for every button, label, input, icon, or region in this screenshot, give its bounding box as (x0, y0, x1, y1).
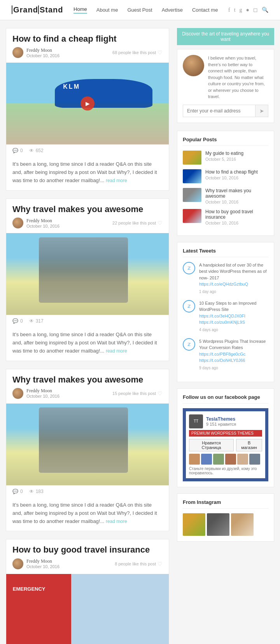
fb-avatar-row (189, 454, 262, 465)
fb-avatar (189, 454, 200, 465)
tweet-content: 10 Easy Steps to an Improved WordPress S… (199, 300, 268, 333)
author-avatar (12, 47, 23, 58)
popular-post-link[interactable]: Why travel makes you awesome (205, 188, 268, 199)
fb-widget-outer: TT TeslaThemes 9 151 нравится PREMIUM WO… (183, 408, 268, 481)
email-input[interactable] (183, 105, 255, 117)
instagram-thumb[interactable] (231, 513, 254, 536)
logo-stand: Stand (38, 5, 63, 14)
google-icon[interactable]: g (240, 7, 242, 13)
instagram-icon[interactable]: ◻ (253, 7, 258, 13)
post-title[interactable]: Why travel makes you awesome (12, 375, 163, 385)
heart-icon[interactable]: ♡ (158, 220, 163, 226)
site-logo[interactable]: GrandStand (12, 5, 63, 14)
fb-avatar (225, 454, 236, 465)
author-name: Freddy Moon (26, 558, 60, 564)
view-count: 652 (36, 148, 44, 153)
excerpt-text: It's been a long, long time since I did … (12, 502, 157, 524)
main-feed: How to find a cheap flight Freddy Moon O… (6, 28, 169, 644)
post-card: Why travel makes you awesome Freddy Moon… (6, 369, 169, 532)
post-image-travel2[interactable] (6, 404, 169, 485)
tweet-time: 4 days ago (199, 327, 268, 333)
view-stat: 👁 183 (29, 489, 44, 494)
post-likes: 8 people like this post ♡ (115, 561, 163, 567)
post-title[interactable]: How to find a cheap flight (12, 34, 163, 44)
fb-like-button[interactable]: Нравится Страница (189, 439, 234, 451)
view-stat: 👁 652 (29, 148, 44, 153)
instagram-grid (183, 513, 268, 536)
popular-post-date: October 10, 2016 (205, 221, 268, 225)
author-info: Freddy Moon October 10, 2016 (26, 558, 60, 569)
popular-post-link[interactable]: My guide to eating (205, 151, 243, 156)
post-header: How to find a cheap flight Freddy Moon O… (6, 28, 169, 63)
post-title[interactable]: How to buy good travel insurance (12, 545, 163, 555)
profile-widget: Discover the art of traveling anywhere y… (177, 28, 274, 123)
post-image-insurance[interactable] (6, 574, 169, 644)
email-submit-button[interactable]: ➤ (255, 105, 268, 117)
post-footer: 💬 0 👁 317 (6, 315, 169, 327)
popular-posts-title: Popular Posts (183, 137, 268, 146)
play-button[interactable]: ▶ (80, 97, 94, 111)
post-footer: 💬 0 👁 183 (6, 485, 169, 497)
tweet-time: 1 day ago (199, 289, 268, 295)
post-meta-left: Freddy Moon October 10, 2016 (12, 558, 60, 569)
heart-icon[interactable]: ♡ (158, 390, 163, 397)
sidebar: Discover the art of traveling anywhere y… (177, 28, 274, 644)
eye-icon: 👁 (29, 489, 34, 494)
post-meta: Freddy Moon October 10, 2016 8 people li… (12, 558, 163, 569)
popular-post-link[interactable]: How to find a cheap flight (205, 169, 258, 175)
instagram-thumb[interactable] (183, 513, 205, 536)
read-more-link[interactable]: read more (106, 348, 127, 354)
post-title[interactable]: Why travel makes you awesome (12, 204, 163, 214)
nav-home[interactable]: Home (74, 6, 87, 14)
popular-post-item: My guide to eating October 5, 2016 (183, 151, 268, 165)
nav-contact[interactable]: Contact me (192, 7, 218, 13)
comment-stat: 💬 0 (12, 489, 23, 494)
tweet-link[interactable]: https://t.co/PBF8ge0cGc https://t.co/DoN… (199, 352, 245, 363)
fb-title: Follow us on our facebook page (183, 394, 268, 404)
tweet-link[interactable]: https://t.co/eQHdzGztbuQ (199, 282, 248, 286)
nav-guest-post[interactable]: Guest Post (127, 7, 152, 13)
header-icons: f t g ● ◻ 🔍 (228, 7, 268, 13)
fb-shop-button[interactable]: В магазин (236, 439, 262, 451)
post-card: Why travel makes you awesome Freddy Moon… (6, 198, 169, 361)
popular-post-item: How to find a cheap flight October 10, 2… (183, 169, 268, 183)
author-info: Freddy Moon October 10, 2016 (26, 47, 60, 58)
twitter-bird-icon: 𝕫 (183, 338, 195, 351)
view-count: 183 (36, 489, 44, 494)
likes-count: 22 people like this post (112, 221, 156, 225)
instagram-thumb[interactable] (207, 513, 229, 536)
read-more-link[interactable]: read more (106, 178, 127, 183)
comment-count: 0 (20, 489, 23, 494)
header: GrandStand Home About me Guest Post Adve… (0, 0, 280, 20)
post-meta-left: Freddy Moon October 10, 2016 (12, 47, 60, 58)
pinterest-icon[interactable]: ● (246, 7, 249, 13)
heart-icon[interactable]: ♡ (158, 561, 163, 567)
search-icon[interactable]: 🔍 (262, 7, 268, 13)
nav-about[interactable]: About me (96, 7, 118, 13)
author-info: Freddy Moon October 10, 2016 (26, 218, 60, 228)
eye-icon: 👁 (29, 148, 34, 153)
tweet-item: 𝕫 10 Easy Steps to an Improved WordPress… (183, 300, 268, 333)
tweet-link[interactable]: https://t.co/3eHQDJX0Fl https://t.co/zu0… (199, 314, 245, 325)
popular-post-link[interactable]: How to buy good travel insurance (205, 209, 268, 220)
nav-advertise[interactable]: Advertise (162, 7, 183, 13)
facebook-icon[interactable]: f (228, 7, 230, 13)
widget-profile: I believe when you travel, there's no be… (177, 49, 274, 123)
heart-icon[interactable]: ♡ (158, 49, 163, 56)
excerpt-text: It's been a long, long time since I did … (12, 161, 157, 183)
read-more-link[interactable]: read more (106, 519, 127, 524)
tweet-content: A handpicked list of over 30 of the best… (199, 262, 268, 295)
eye-icon: 👁 (29, 318, 34, 324)
tweet-time: 9 days ago (199, 365, 268, 371)
sidebar-avatar (183, 55, 204, 76)
post-image-flight[interactable]: ▶ (6, 63, 169, 144)
post-header: Why travel makes you awesome Freddy Moon… (6, 199, 169, 233)
popular-post-info: Why travel makes you awesome October 10,… (205, 188, 268, 204)
post-image-travel[interactable] (6, 233, 169, 315)
twitter-icon[interactable]: t (234, 7, 236, 13)
popular-thumb (183, 209, 201, 223)
post-likes: 22 people like this post ♡ (112, 220, 163, 226)
post-date: October 10, 2016 (26, 53, 60, 58)
tweet-text: 10 Easy Steps to an Improved WordPress S… (199, 301, 256, 312)
fb-widget-inner: TT TeslaThemes 9 151 нравится PREMIUM WO… (186, 411, 265, 478)
